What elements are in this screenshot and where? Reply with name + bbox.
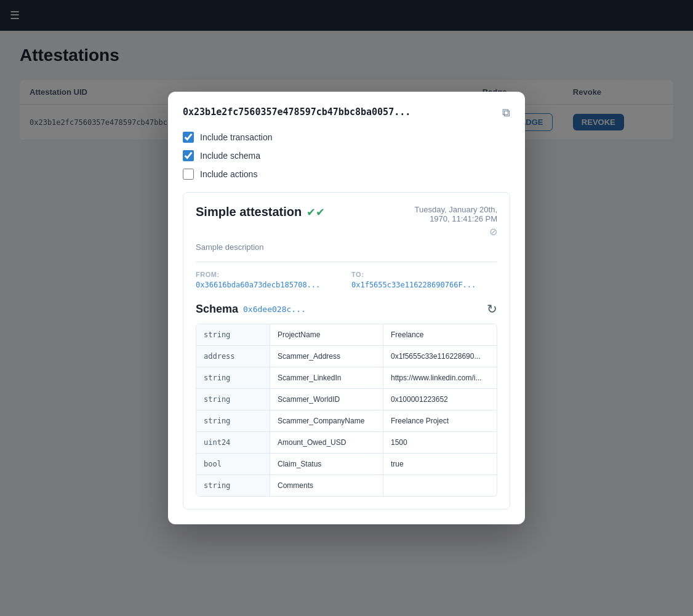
include-transaction-label: Include transaction <box>200 132 273 142</box>
checkbox-include-actions[interactable]: Include actions <box>183 169 510 180</box>
schema-sync-icon[interactable]: ↻ <box>487 302 497 316</box>
schema-value-6: true <box>383 454 497 474</box>
schema-value-7 <box>383 475 497 496</box>
schema-field-2: Scammer_LinkedIn <box>270 367 383 388</box>
no-expiry-icon: ⊘ <box>489 226 497 238</box>
modal-overlay: 0x23b1e2fc7560357e478597cb47bbc8ba0057..… <box>0 0 693 616</box>
schema-table: string ProjectName Freelance address Sca… <box>196 324 497 497</box>
schema-type-7: string <box>196 475 270 496</box>
schema-id: 0x6dee028c... <box>243 305 306 314</box>
from-label: FROM: <box>196 271 342 278</box>
schema-type-1: address <box>196 346 270 367</box>
to-section: TO: 0x1f5655c33e116228690766F... <box>351 271 497 289</box>
schema-field-1: Scammer_Address <box>270 346 383 367</box>
from-value: 0x36616bda60a73decb185708... <box>196 281 342 289</box>
to-value: 0x1f5655c33e116228690766F... <box>351 281 497 289</box>
include-actions-label: Include actions <box>200 169 257 179</box>
schema-field-0: ProjectName <box>270 324 383 345</box>
schema-field-3: Scammer_WorldID <box>270 389 383 410</box>
include-transaction-checkbox[interactable] <box>183 132 194 143</box>
schema-row-amount: uint24 Amount_Owed_USD 1500 <box>196 432 497 454</box>
from-section: FROM: 0x36616bda60a73decb185708... <box>196 271 342 289</box>
attestation-card: Simple attestation ✔✔ Tuesday, January 2… <box>183 192 510 510</box>
include-schema-checkbox[interactable] <box>183 150 194 161</box>
schema-title: Schema <box>196 303 238 316</box>
attestation-title: Simple attestation <box>196 205 302 219</box>
schema-type-6: bool <box>196 454 270 474</box>
schema-row-claimstatus: bool Claim_Status true <box>196 454 497 475</box>
attestation-modal: 0x23b1e2fc7560357e478597cb47bbc8ba0057..… <box>168 92 525 524</box>
schema-value-1: 0x1f5655c33e116228690... <box>383 346 497 367</box>
checkbox-include-transaction[interactable]: Include transaction <box>183 132 510 143</box>
schema-value-3: 0x100001223652 <box>383 389 497 410</box>
schema-field-7: Comments <box>270 475 383 496</box>
double-check-icon: ✔✔ <box>306 206 325 219</box>
schema-type-2: string <box>196 367 270 388</box>
attestation-header: Simple attestation ✔✔ Tuesday, January 2… <box>196 205 497 238</box>
attestation-title-row: Simple attestation ✔✔ <box>196 205 325 219</box>
schema-header: Schema 0x6dee028c... ↻ <box>196 302 497 316</box>
schema-value-4: Freelance Project <box>383 410 497 431</box>
schema-value-2: https://www.linkedin.com/i... <box>383 367 497 388</box>
attestation-date: Tuesday, January 20th,1970, 11:41:26 PM <box>415 205 497 223</box>
schema-row-companyname: string Scammer_CompanyName Freelance Pro… <box>196 410 497 432</box>
to-label: TO: <box>351 271 497 278</box>
include-actions-checkbox[interactable] <box>183 169 194 180</box>
schema-value-5: 1500 <box>383 432 497 453</box>
modal-uid-text: 0x23b1e2fc7560357e478597cb47bbc8ba0057..… <box>183 106 411 118</box>
schema-type-3: string <box>196 389 270 410</box>
schema-title-row: Schema 0x6dee028c... <box>196 303 306 316</box>
schema-row-comments: string Comments <box>196 475 497 496</box>
schema-type-5: uint24 <box>196 432 270 453</box>
schema-field-5: Amount_Owed_USD <box>270 432 383 453</box>
modal-header: 0x23b1e2fc7560357e478597cb47bbc8ba0057..… <box>183 106 510 119</box>
attestation-description: Sample description <box>196 242 497 252</box>
include-schema-label: Include schema <box>200 151 260 161</box>
copy-icon[interactable]: ⧉ <box>502 106 510 119</box>
schema-row-projectname: string ProjectName Freelance <box>196 324 497 346</box>
checkbox-group: Include transaction Include schema Inclu… <box>183 132 510 180</box>
checkbox-include-schema[interactable]: Include schema <box>183 150 510 161</box>
from-to-section: FROM: 0x36616bda60a73decb185708... TO: 0… <box>196 262 497 289</box>
attestation-date-section: Tuesday, January 20th,1970, 11:41:26 PM … <box>415 205 497 238</box>
schema-type-4: string <box>196 410 270 431</box>
schema-row-worldid: string Scammer_WorldID 0x100001223652 <box>196 389 497 410</box>
schema-value-0: Freelance <box>383 324 497 345</box>
schema-type-0: string <box>196 324 270 345</box>
schema-field-6: Claim_Status <box>270 454 383 474</box>
schema-field-4: Scammer_CompanyName <box>270 410 383 431</box>
schema-row-address: address Scammer_Address 0x1f5655c33e1162… <box>196 346 497 367</box>
schema-row-linkedin: string Scammer_LinkedIn https://www.link… <box>196 367 497 389</box>
